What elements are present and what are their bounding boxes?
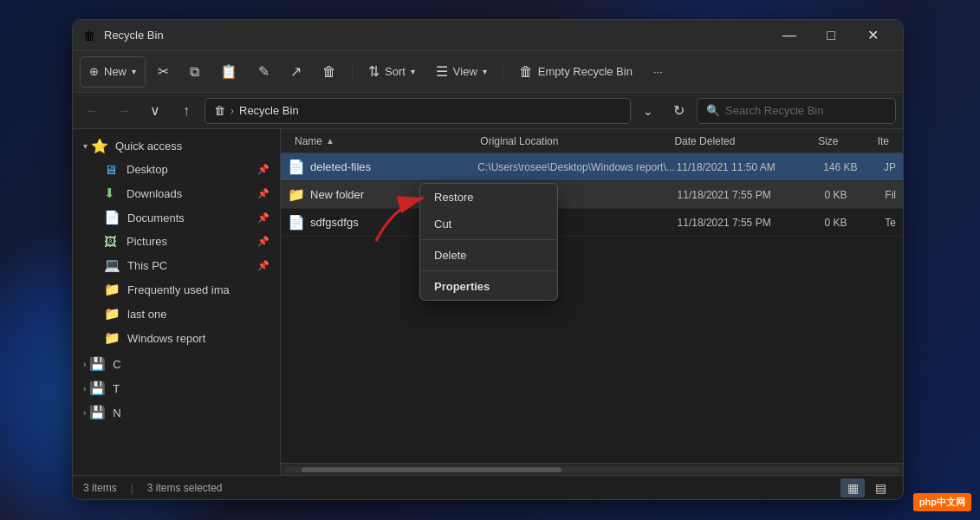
file-size-2: 0 KB [824,189,885,201]
file-name-3: sdfgsdfgs [310,216,359,229]
drive-t-label: T [113,382,269,395]
sidebar-item-frequently-label: Frequently used ima [127,283,269,296]
sidebar-item-frequently[interactable]: 📁 Frequently used ima [76,277,276,302]
up-button[interactable]: ↑ [173,98,199,124]
col-header-item[interactable]: Ite [871,135,896,147]
sidebar-item-thispc[interactable]: 💻 This PC 📌 [76,253,276,277]
sidebar-item-winreport[interactable]: 📁 Windows report [76,326,276,350]
sort-arrow-icon: ▲ [326,136,334,146]
sidebar-drive-n[interactable]: › 💾 N [76,400,276,425]
recent-button[interactable]: ∨ [142,98,168,124]
col-header-size[interactable]: Size [811,135,871,147]
address-dropdown-button[interactable]: ⌄ [636,98,660,124]
paste-button[interactable]: 📋 [211,56,246,88]
context-menu-restore[interactable]: Restore [420,184,557,211]
search-box[interactable]: 🔍 Search Recycle Bin [697,98,896,124]
thispc-icon: 💻 [104,257,120,273]
col-header-location[interactable]: Original Location [473,135,667,147]
search-icon: 🔍 [706,104,720,117]
sidebar-item-lastone[interactable]: 📁 last one [76,302,276,326]
sidebar-item-lastone-label: last one [127,308,269,321]
back-icon: ← [86,103,100,119]
address-path[interactable]: 🗑 › Recycle Bin [204,98,631,124]
context-menu-cut[interactable]: Cut [420,211,557,237]
pictures-pin-icon: 📌 [257,236,269,247]
sidebar-item-documents[interactable]: 📄 Documents 📌 [76,205,276,230]
copy-button[interactable]: ⧉ [181,56,208,88]
sidebar-item-downloads[interactable]: ⬇ Downloads 📌 [76,181,276,205]
view-icon: ☰ [436,63,448,80]
context-menu-delete[interactable]: Delete [420,242,557,269]
back-button[interactable]: ← [80,98,106,124]
window-icon: 🗑 [83,29,97,42]
new-button[interactable]: ⊕ New ▾ [80,56,146,88]
sidebar-item-pictures[interactable]: 🖼 Pictures 📌 [76,230,276,253]
more-icon: ··· [653,65,663,78]
scrollbar-track [284,467,899,472]
share-icon: ↗ [290,63,302,80]
more-button[interactable]: ··· [645,56,672,88]
sidebar-item-winreport-label: Windows report [127,332,269,345]
col-header-date[interactable]: Date Deleted [667,135,811,147]
pictures-icon: 🖼 [104,234,120,249]
grid-view-button[interactable]: ▦ [840,478,865,497]
empty-recycle-button[interactable]: 🗑 Empty Recycle Bin [510,56,641,88]
status-separator: | [131,482,133,494]
minimize-button[interactable]: — [769,22,809,49]
path-separator: › [230,105,234,117]
quick-access-header[interactable]: ▾ ⭐ Quick access [76,134,276,158]
column-headers: Name ▲ Original Location Date Deleted Si… [281,129,903,153]
recent-icon: ∨ [150,102,160,119]
quick-access-chevron-icon: ▾ [83,141,88,151]
view-button[interactable]: ☰ View ▾ [427,56,496,88]
file-type-2: Fil [885,189,896,201]
refresh-button[interactable]: ↻ [665,98,691,124]
file-type-3: Te [885,217,896,229]
file-size-1: 146 KB [823,161,884,173]
separator-2 [503,62,503,82]
path-icon: 🗑 [214,104,225,117]
file-date-1: 11/18/2021 11:50 AM [677,161,824,173]
context-menu-properties[interactable]: Properties [420,273,557,300]
file-name-cell-1: 📄 deleted-files [288,159,477,175]
horizontal-scrollbar[interactable] [281,463,903,475]
file-icon-2: 📁 [288,186,305,203]
documents-icon: 📄 [104,210,120,225]
sidebar-drive-t[interactable]: › 💾 T [76,376,276,400]
new-label: New [104,65,127,78]
desktop-icon: 🖥 [104,162,120,177]
file-icon-3: 📄 [288,214,305,231]
status-bar: 3 items | 3 items selected ▦ ▤ [73,475,903,499]
quick-access-label: Quick access [115,140,182,153]
close-button[interactable]: ✕ [853,22,892,49]
drive-t-chevron-icon: › [83,384,86,393]
list-view-button[interactable]: ▤ [868,478,892,497]
quick-access-icon: ⭐ [91,138,108,154]
downloads-icon: ⬇ [104,185,120,201]
cut-button[interactable]: ✂ [149,56,178,88]
scrollbar-thumb[interactable] [302,467,561,472]
sort-button[interactable]: ⇅ Sort ▾ [360,56,424,88]
file-location-1: C:\Users\rosee\Desktop\Windows report\..… [477,161,676,173]
sidebar-item-desktop[interactable]: 🖥 Desktop 📌 [76,158,276,181]
lastone-folder-icon: 📁 [104,306,120,322]
new-chevron-icon: ▾ [132,67,136,76]
php-badge: php中文网 [913,493,971,511]
rename-button[interactable]: ✎ [250,56,278,88]
sort-chevron-icon: ▾ [411,67,415,76]
table-row[interactable]: 📄 deleted-files C:\Users\rosee\Desktop\W… [281,153,903,181]
maximize-button[interactable]: □ [811,22,851,49]
share-button[interactable]: ↗ [282,56,310,88]
sidebar-drive-c[interactable]: › 💾 C [76,352,276,376]
forward-button[interactable]: → [111,98,137,124]
col-header-name[interactable]: Name ▲ [288,135,473,147]
toolbar: ⊕ New ▾ ✂ ⧉ 📋 ✎ ↗ 🗑 ⇅ Sort ▾ ☰ View [73,51,903,93]
path-name: Recycle Bin [239,104,299,117]
sidebar-item-documents-label: Documents [127,211,254,224]
rename-icon: ✎ [258,63,269,80]
delete-toolbar-button[interactable]: 🗑 [314,56,345,88]
empty-recycle-label: Empty Recycle Bin [538,65,633,78]
col-name-label: Name [295,135,322,147]
up-icon: ↑ [183,103,190,119]
list-icon: ▤ [875,481,886,495]
